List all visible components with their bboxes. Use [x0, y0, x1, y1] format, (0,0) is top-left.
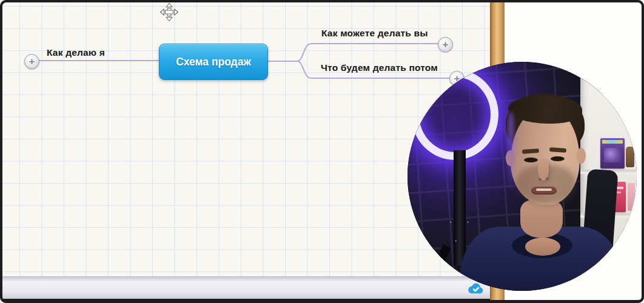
- plus-icon: +: [443, 39, 449, 50]
- presenter-nostril: [538, 178, 542, 181]
- presenter-nostril: [546, 178, 549, 180]
- add-topic-button-right-top[interactable]: +: [438, 37, 453, 52]
- move-cursor-icon: [159, 2, 179, 22]
- webcam-overlay: [408, 62, 637, 291]
- topic-right-top[interactable]: Как можете делать вы: [321, 28, 428, 39]
- presenter-chest: [525, 238, 560, 256]
- topic-left[interactable]: Как делаю я: [47, 47, 105, 58]
- purple-poster: [600, 138, 625, 168]
- root-node[interactable]: Схема продаж: [159, 44, 268, 80]
- presenter-eye: [524, 158, 538, 162]
- status-bar: [2, 276, 490, 299]
- presenter-ear: [577, 148, 586, 164]
- figurine: [626, 147, 634, 167]
- plus-icon: +: [29, 56, 35, 67]
- root-node-label: Схема продаж: [176, 56, 251, 68]
- presenter-eye: [551, 156, 565, 161]
- presenter-mouth: [531, 187, 557, 195]
- add-topic-button-left[interactable]: +: [24, 54, 39, 69]
- topic-right-bottom[interactable]: Что будем делать потом: [321, 62, 438, 73]
- purple-rim-light: [507, 112, 515, 190]
- presenter-head: [506, 93, 591, 215]
- cloud-check-sync-icon[interactable]: [468, 281, 485, 295]
- app-window: + Как делаю я Схема продаж Как можете де…: [0, 0, 644, 303]
